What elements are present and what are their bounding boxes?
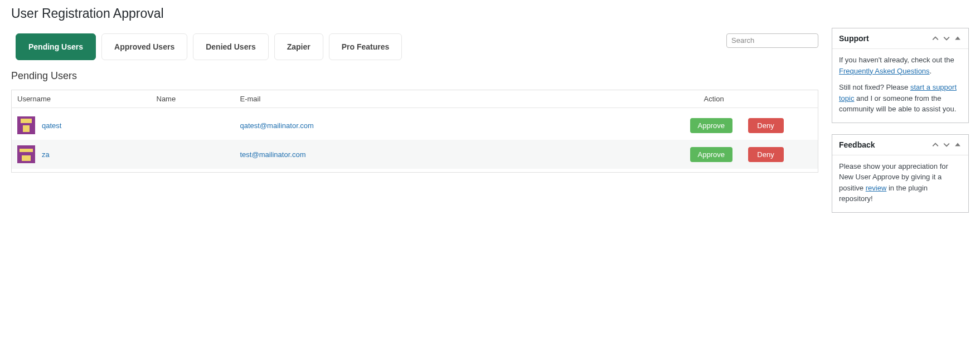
col-email: E-mail — [235, 90, 685, 107]
col-name: Name — [151, 90, 235, 107]
username-link[interactable]: qatest — [42, 121, 61, 130]
toolbar: Pending Users Approved Users Denied User… — [11, 33, 818, 60]
tab-denied-users[interactable]: Denied Users — [193, 33, 268, 60]
page-title: User Registration Approval — [11, 6, 818, 22]
caret-up-icon[interactable] — [954, 35, 962, 42]
support-text-1: If you haven't already, check out the Fr… — [839, 55, 962, 76]
avatar — [17, 145, 35, 163]
username-link[interactable]: za — [42, 150, 50, 159]
tab-pending-users[interactable]: Pending Users — [16, 33, 96, 60]
deny-button[interactable]: Deny — [748, 118, 784, 133]
avatar — [17, 116, 35, 134]
caret-up-icon[interactable] — [954, 141, 962, 149]
tab-approved-users[interactable]: Approved Users — [101, 33, 187, 60]
chevron-up-icon[interactable] — [932, 141, 939, 149]
name-cell — [151, 111, 235, 140]
review-link[interactable]: review — [866, 184, 887, 192]
approve-button[interactable]: Approve — [690, 118, 732, 133]
chevron-down-icon[interactable] — [943, 141, 950, 149]
feedback-title: Feedback — [839, 140, 875, 149]
approve-button[interactable]: Approve — [690, 147, 732, 162]
chevron-up-icon[interactable] — [932, 35, 939, 42]
deny-button[interactable]: Deny — [748, 147, 784, 162]
col-username: Username — [12, 90, 151, 107]
name-cell — [151, 140, 235, 169]
faq-link[interactable]: Frequently Asked Questions — [839, 67, 930, 75]
col-action: Action — [685, 90, 818, 107]
email-link[interactable]: qatest@mailinator.com — [240, 121, 314, 130]
support-text-2: Still not fixed? Please start a support … — [839, 82, 962, 115]
search-input[interactable] — [726, 33, 818, 48]
section-title: Pending Users — [11, 70, 818, 82]
email-link[interactable]: test@mailinator.com — [240, 150, 306, 159]
chevron-down-icon[interactable] — [943, 35, 950, 42]
pending-users-table: Username Name E-mail Action qatest — [11, 90, 818, 173]
support-panel: Support If you haven't already, check ou… — [832, 28, 969, 123]
feedback-text: Please show your appreciation for New Us… — [839, 161, 962, 204]
tab-pro-features[interactable]: Pro Features — [329, 33, 402, 60]
support-title: Support — [839, 34, 869, 43]
table-row: za test@mailinator.com Approve Deny — [12, 140, 818, 169]
table-row: qatest qatest@mailinator.com Approve Den… — [12, 111, 818, 140]
tab-zapier[interactable]: Zapier — [274, 33, 323, 60]
tabs: Pending Users Approved Users Denied User… — [16, 33, 402, 60]
feedback-panel: Feedback Please show your appreciation f… — [832, 134, 969, 213]
sidebar: Support If you haven't already, check ou… — [832, 28, 969, 224]
